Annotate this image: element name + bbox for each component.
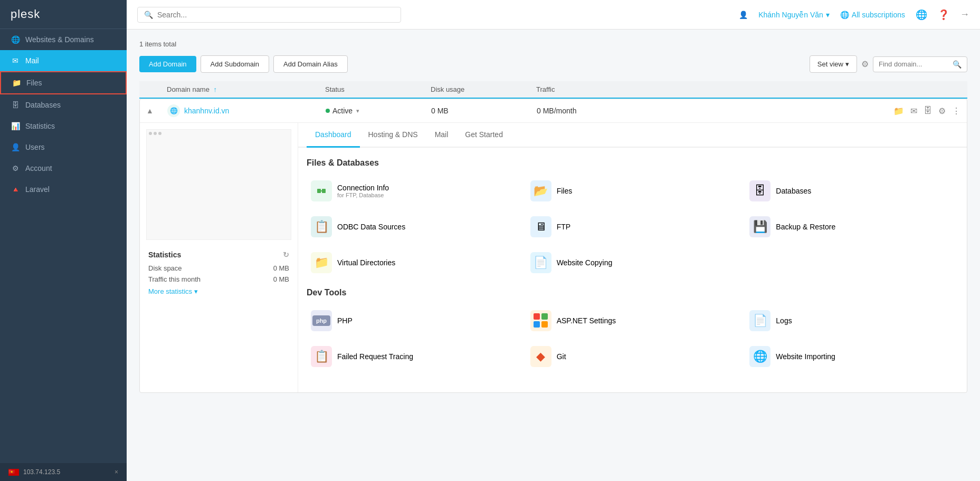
stats-section: Statistics ↻ Disk space 0 MB Traffic thi… [146, 246, 291, 300]
sidebar-item-databases[interactable]: 🗄 Databases [0, 94, 127, 116]
aspnet-label: ASP.NET Settings [557, 316, 616, 325]
stat-traffic-row: Traffic this month 0 MB [148, 275, 289, 283]
grid-item-failed-request[interactable]: 📋 Failed Request Tracing [307, 342, 520, 371]
grid-item-odbc[interactable]: 📋 ODBC Data Sources [307, 212, 520, 242]
server-ip: 103.74.123.5 [23, 468, 60, 476]
stat-disk-row: Disk space 0 MB [148, 264, 289, 272]
grid-item-files[interactable]: 📂 Files [526, 176, 739, 206]
sidebar-item-users[interactable]: 👤 Users [0, 137, 127, 158]
sidebar-label-account: Account [25, 164, 52, 172]
ftp-text: FTP [557, 223, 570, 231]
dot3 [158, 132, 161, 135]
backup-text: Backup & Restore [776, 223, 835, 231]
help-icon[interactable]: ❓ [938, 9, 949, 21]
connection-info-label: Connection Info [337, 184, 389, 192]
sidebar-item-account[interactable]: ⚙ Account [0, 158, 127, 179]
git-label: Git [557, 352, 566, 361]
col-actions [642, 85, 961, 93]
preview-dots [149, 132, 161, 135]
tab-get-started[interactable]: Get Started [456, 123, 511, 148]
grid-item-php[interactable]: php PHP [307, 306, 520, 335]
sidebar-item-mail[interactable]: ✉ Mail [0, 50, 127, 71]
grid-item-backup[interactable]: 💾 Backup & Restore [745, 212, 958, 242]
grid-item-databases[interactable]: 🗄 Databases [745, 176, 958, 206]
flag-icon: 🇻🇳 [8, 469, 19, 476]
git-text: Git [557, 352, 566, 361]
domain-link[interactable]: khanhnv.id.vn [184, 107, 229, 115]
settings-action-icon[interactable]: ⚙ [938, 106, 946, 116]
logs-label: Logs [776, 316, 792, 325]
filter-icon[interactable]: ⚙ [861, 59, 869, 69]
grid-item-git[interactable]: ◆ Git [526, 342, 739, 371]
virtual-dir-icon: 📁 [311, 252, 332, 273]
tab-hosting-dns[interactable]: Hosting & DNS [360, 123, 426, 148]
tab-dashboard[interactable]: Dashboard [307, 123, 360, 148]
virtual-dir-text: Virtual Directories [337, 258, 395, 267]
sidebar-item-statistics[interactable]: 📊 Statistics [0, 116, 127, 137]
search-box[interactable]: 🔍 [137, 7, 401, 23]
main-area: 🔍 👤 Khánh Nguyễn Văn ▾ 🌐 All subscriptio… [127, 0, 980, 481]
status-dropdown-icon[interactable]: ▾ [356, 108, 359, 114]
app-name: plesk [11, 7, 40, 21]
toolbar-right: Set view ▾ ⚙ 🔍 [810, 55, 967, 73]
grid-item-logs[interactable]: 📄 Logs [745, 306, 958, 335]
set-view-arrow-icon: ▾ [845, 60, 849, 68]
grid-item-virtual-dir[interactable]: 📁 Virtual Directories [307, 248, 520, 277]
user-name: Khánh Nguyễn Văn [758, 11, 823, 19]
add-domain-alias-button[interactable]: Add Domain Alias [273, 55, 348, 73]
failed-request-text: Failed Request Tracing [337, 352, 413, 361]
search-input[interactable] [157, 11, 394, 19]
statistics-icon: 📊 [11, 122, 20, 130]
sidebar-item-files[interactable]: 📁 Files [0, 71, 127, 94]
grid-item-website-copying[interactable]: 📄 Website Copying [526, 248, 739, 277]
account-icon: ⚙ [11, 164, 20, 172]
globe-icon: 🌐 [840, 11, 849, 19]
col-domain-name[interactable]: Domain name ↑ [167, 85, 325, 93]
files-databases-grid: Connection Info for FTP, Database 📂 File… [307, 176, 958, 277]
set-view-label: Set view [817, 60, 843, 68]
add-subdomain-button[interactable]: Add Subdomain [201, 55, 270, 73]
globe2-icon[interactable]: 🌐 [916, 9, 927, 21]
folder-action-icon[interactable]: 📁 [893, 106, 904, 116]
connection-info-sub: for FTP, Database [337, 192, 389, 198]
disk-space-label: Disk space [148, 264, 182, 272]
disk-usage: 0 MB [431, 107, 537, 115]
tab-mail[interactable]: Mail [426, 123, 457, 148]
databases-grid-icon: 🗄 [749, 180, 770, 201]
add-domain-button[interactable]: Add Domain [139, 56, 196, 72]
svg-rect-1 [322, 189, 326, 193]
domain-toggle[interactable]: ▲ [146, 107, 167, 115]
more-action-icon[interactable]: ⋮ [952, 106, 960, 116]
websites-icon: 🌐 [11, 35, 20, 44]
find-domain-input[interactable] [879, 60, 953, 68]
backup-label: Backup & Restore [776, 223, 835, 231]
website-importing-label: Website Importing [776, 352, 835, 361]
grid-item-ftp[interactable]: 🖥 FTP [526, 212, 739, 242]
more-stats-link[interactable]: More statistics ▾ [148, 287, 289, 295]
sidebar-item-laravel[interactable]: 🔺 Laravel [0, 179, 127, 200]
grid-item-aspnet[interactable]: ASP.NET Settings [526, 306, 739, 335]
files-databases-title: Files & Databases [307, 158, 958, 168]
items-total: 1 items total [139, 40, 967, 48]
close-server-button[interactable]: × [115, 468, 118, 476]
files-label: Files [557, 187, 573, 195]
col-disk: Disk usage [431, 85, 536, 93]
mail-action-icon[interactable]: ✉ [910, 106, 917, 116]
arrow-icon[interactable]: → [960, 9, 969, 20]
user-info[interactable]: Khánh Nguyễn Văn ▾ [758, 11, 830, 19]
domain-screenshot [146, 129, 291, 240]
sidebar-label-mail: Mail [25, 56, 39, 65]
db-action-icon[interactable]: 🗄 [924, 106, 932, 116]
refresh-icon[interactable]: ↻ [283, 251, 289, 259]
files-grid-icon: 📂 [530, 180, 551, 201]
dev-tools-title: Dev Tools [307, 288, 958, 297]
mail-icon: ✉ [11, 56, 20, 65]
website-importing-text: Website Importing [776, 352, 835, 361]
grid-item-connection-info[interactable]: Connection Info for FTP, Database [307, 176, 520, 206]
set-view-button[interactable]: Set view ▾ [810, 55, 857, 73]
subscriptions-label: All subscriptions [852, 11, 905, 19]
subscriptions-link[interactable]: 🌐 All subscriptions [840, 11, 905, 19]
grid-item-website-importing[interactable]: 🌐 Website Importing [745, 342, 958, 371]
sidebar-item-websites-domains[interactable]: 🌐 Websites & Domains [0, 29, 127, 50]
sort-arrow-icon: ↑ [214, 85, 217, 93]
